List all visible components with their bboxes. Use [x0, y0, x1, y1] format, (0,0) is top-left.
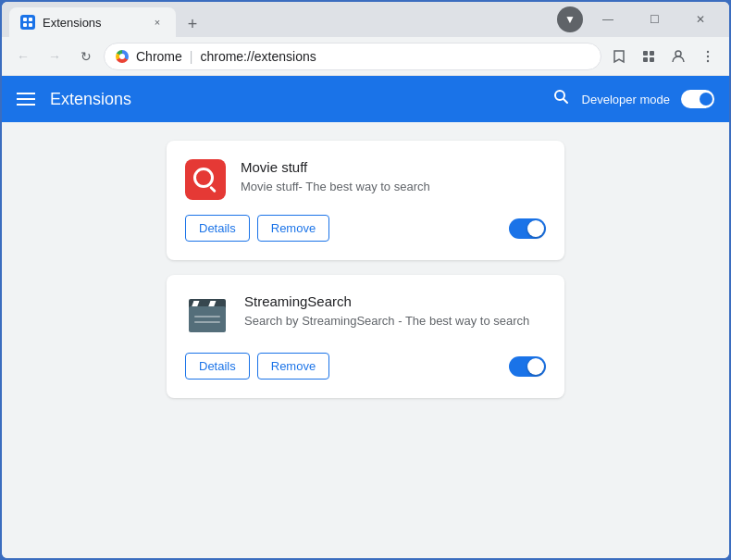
hamburger-line-1	[17, 93, 35, 94]
search-handle	[209, 186, 217, 193]
toolbar-actions	[605, 43, 722, 70]
search-icon-graphic	[193, 168, 217, 192]
extensions-header: Extensions Developer mode	[2, 76, 729, 122]
address-bar[interactable]: Chrome | chrome://extensions	[104, 43, 601, 70]
hamburger-menu-button[interactable]	[17, 93, 35, 106]
hamburger-line-3	[17, 104, 35, 106]
body-stripe-2	[194, 321, 220, 323]
close-button[interactable]: ✕	[679, 5, 722, 34]
tab-close-button[interactable]: ×	[150, 15, 165, 30]
svg-point-9	[707, 50, 709, 52]
window-controls: — ☐ ✕	[587, 5, 722, 34]
svg-rect-7	[650, 57, 654, 62]
clap-body	[189, 306, 226, 332]
streaming-search-icon	[185, 293, 229, 338]
developer-mode-toggle[interactable]	[681, 90, 714, 108]
extension-header: StreamingSearch Search by StreamingSearc…	[185, 293, 546, 338]
extension-tab-icon	[20, 15, 35, 30]
extension-card-streaming-search: StreamingSearch Search by StreamingSearc…	[167, 275, 564, 398]
streaming-search-description: Search by StreamingSearch - The best way…	[244, 313, 546, 330]
tab-title: Extensions	[43, 16, 142, 30]
movie-stuff-icon	[185, 159, 226, 200]
menu-button[interactable]	[694, 43, 722, 70]
svg-rect-2	[23, 23, 27, 27]
maximize-button[interactable]: ☐	[633, 5, 675, 34]
extensions-button[interactable]	[635, 43, 663, 70]
svg-rect-6	[643, 57, 648, 62]
address-url: chrome://extensions	[200, 49, 316, 64]
toggle-knob	[700, 93, 712, 106]
extension-header: Movie stuff Movie stuff- The best way to…	[185, 159, 546, 200]
svg-rect-0	[23, 18, 27, 21]
movie-stuff-description: Movie stuff- The best way to search	[241, 179, 546, 195]
site-name: Chrome	[136, 49, 182, 64]
streaming-search-name: StreamingSearch	[244, 293, 546, 309]
movie-stuff-toggle-container	[509, 218, 546, 239]
toggle-knob	[527, 220, 544, 237]
movie-stuff-details-button[interactable]: Details	[185, 215, 250, 242]
svg-rect-3	[29, 23, 32, 27]
active-tab[interactable]: Extensions ×	[9, 7, 176, 37]
streaming-search-remove-button[interactable]: Remove	[257, 353, 329, 380]
movie-stuff-info: Movie stuff Movie stuff- The best way to…	[241, 159, 546, 195]
movie-stuff-toggle[interactable]	[509, 218, 546, 239]
streaming-search-info: StreamingSearch Search by StreamingSearc…	[244, 293, 546, 330]
extensions-content: TISHLER.COM Movie stuff Movie stuff- The…	[2, 122, 729, 558]
address-divider: |	[190, 49, 193, 64]
browser-toolbar: ← → ↻ Chrome | chrome://extensions	[2, 37, 729, 76]
profile-download-button[interactable]: ▼	[557, 6, 583, 32]
streaming-search-toggle-container	[509, 356, 546, 377]
back-button[interactable]: ←	[9, 43, 37, 70]
streaming-search-toggle[interactable]	[509, 356, 546, 377]
bookmark-button[interactable]	[605, 43, 633, 70]
browser-window: Extensions × + ▼ — ☐ ✕ ← → ↻ Chrome | ch…	[0, 0, 731, 560]
streaming-search-footer: Details Remove	[185, 353, 546, 380]
title-bar: Extensions × + ▼ — ☐ ✕	[2, 2, 729, 37]
profile-button[interactable]	[664, 43, 692, 70]
forward-button[interactable]: →	[41, 43, 68, 70]
extensions-page-title: Extensions	[50, 90, 538, 109]
svg-point-10	[707, 55, 709, 56]
clap-stripes	[194, 316, 220, 323]
body-stripe-1	[194, 316, 220, 317]
streaming-search-details-button[interactable]: Details	[185, 353, 250, 380]
search-button[interactable]	[552, 88, 571, 111]
movie-stuff-remove-button[interactable]: Remove	[257, 215, 329, 242]
svg-rect-1	[29, 18, 32, 21]
svg-point-8	[675, 51, 681, 56]
movie-stuff-footer: Details Remove	[185, 215, 546, 242]
svg-point-11	[707, 59, 709, 61]
clapperboard-graphic	[189, 299, 226, 332]
refresh-button[interactable]: ↻	[72, 43, 100, 70]
svg-rect-4	[643, 51, 648, 56]
movie-stuff-name: Movie stuff	[241, 159, 546, 175]
tab-area: Extensions × +	[9, 2, 557, 37]
extension-card-movie-stuff: Movie stuff Movie stuff- The best way to…	[167, 141, 564, 260]
site-favicon	[116, 50, 129, 63]
search-circle	[193, 168, 214, 188]
toggle-knob	[527, 358, 544, 375]
minimize-button[interactable]: —	[587, 5, 629, 34]
svg-rect-5	[650, 51, 654, 56]
header-actions: Developer mode	[552, 88, 714, 111]
hamburger-line-2	[17, 98, 35, 100]
developer-mode-label: Developer mode	[582, 93, 670, 106]
new-tab-button[interactable]: +	[180, 11, 205, 37]
